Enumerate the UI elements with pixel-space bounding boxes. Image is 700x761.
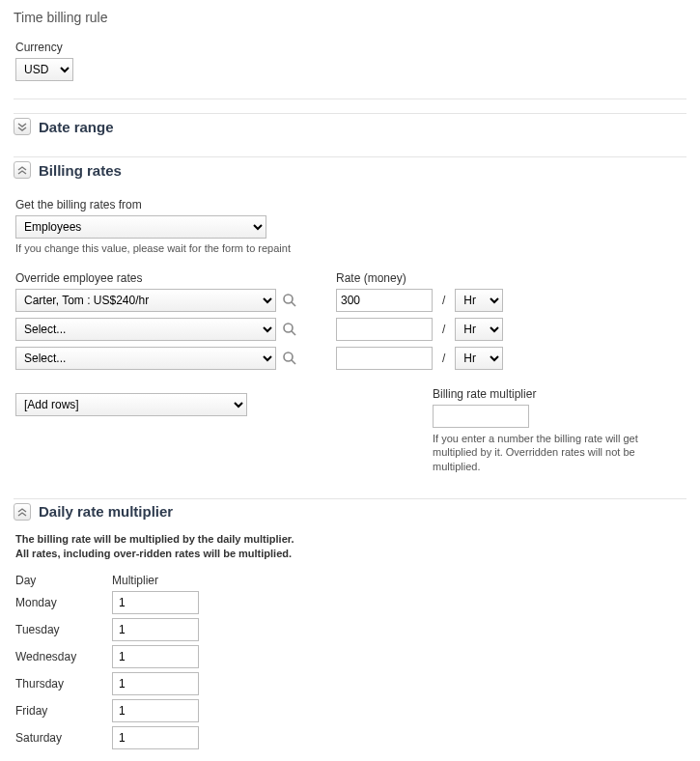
day-cell: Thursday xyxy=(15,677,112,691)
rate-label: Rate (money) xyxy=(336,271,684,285)
daily-row: Friday xyxy=(15,699,686,722)
daily-multiplier-input[interactable] xyxy=(112,645,199,668)
collapse-toggle-icon[interactable] xyxy=(14,118,31,135)
daily-row: Thursday xyxy=(15,672,686,695)
section-title-date-range: Date range xyxy=(39,119,114,135)
override-select[interactable]: Carter, Tom : US$240/hr xyxy=(15,289,276,312)
override-label: Override employee rates xyxy=(15,271,297,285)
override-select[interactable]: Select... xyxy=(15,318,276,341)
divider xyxy=(14,99,686,99)
svg-point-2 xyxy=(284,324,293,332)
daily-row: Wednesday xyxy=(15,645,686,668)
multiplier-hint: If you enter a number the billing rate w… xyxy=(433,432,684,473)
section-date-range[interactable]: Date range xyxy=(14,113,686,143)
daily-row: Tuesday xyxy=(15,618,686,641)
svg-line-1 xyxy=(292,302,295,306)
rates-from-label: Get the billing rates from xyxy=(15,198,686,211)
override-select[interactable]: Select... xyxy=(15,347,276,370)
daily-multiplier-input[interactable] xyxy=(112,672,199,695)
svg-line-5 xyxy=(292,360,295,364)
day-cell: Monday xyxy=(15,596,112,609)
override-row: Select... xyxy=(15,347,297,370)
rate-input[interactable] xyxy=(336,318,433,341)
slash-divider: / xyxy=(438,352,449,365)
rate-row: / Hr xyxy=(336,289,684,312)
daily-hint: The billing rate will be multiplied by t… xyxy=(15,532,686,562)
day-cell: Wednesday xyxy=(15,650,112,663)
add-rows-select[interactable]: [Add rows] xyxy=(15,393,247,416)
rate-row: / Hr xyxy=(336,347,684,370)
daily-row: Monday xyxy=(15,591,686,614)
rates-from-select[interactable]: Employees xyxy=(15,215,266,239)
svg-point-0 xyxy=(284,295,293,303)
multiplier-input[interactable] xyxy=(433,405,529,428)
multiplier-label: Billing rate multiplier xyxy=(433,387,684,401)
section-title-daily: Daily rate multiplier xyxy=(39,503,173,520)
slash-divider: / xyxy=(438,294,449,307)
unit-select[interactable]: Hr xyxy=(455,318,503,341)
expand-toggle-icon[interactable] xyxy=(14,503,31,521)
currency-select[interactable]: USD xyxy=(15,58,73,81)
page-title: Time billing rule xyxy=(14,10,686,25)
day-column-header: Day xyxy=(15,574,112,587)
svg-line-3 xyxy=(292,331,295,335)
search-icon[interactable] xyxy=(282,293,297,308)
daily-row: Saturday xyxy=(15,726,686,749)
daily-multiplier-input[interactable] xyxy=(112,699,199,722)
rates-from-hint: If you change this value, please wait fo… xyxy=(15,242,686,254)
multiplier-column-header: Multiplier xyxy=(112,574,158,587)
expand-toggle-icon[interactable] xyxy=(14,161,31,179)
section-daily-multiplier[interactable]: Daily rate multiplier xyxy=(14,498,686,528)
day-cell: Saturday xyxy=(15,731,112,745)
rate-input[interactable] xyxy=(336,347,433,370)
daily-multiplier-input[interactable] xyxy=(112,726,199,749)
daily-multiplier-input[interactable] xyxy=(112,618,199,641)
override-row: Select... xyxy=(15,318,297,341)
unit-select[interactable]: Hr xyxy=(455,289,503,312)
unit-select[interactable]: Hr xyxy=(455,347,503,370)
svg-point-4 xyxy=(284,352,293,361)
rate-input[interactable] xyxy=(336,289,433,312)
day-cell: Tuesday xyxy=(15,623,112,636)
currency-label: Currency xyxy=(15,41,686,54)
day-cell: Friday xyxy=(15,704,112,718)
rate-row: / Hr xyxy=(336,318,684,341)
override-row: Carter, Tom : US$240/hr xyxy=(15,289,297,312)
section-billing-rates[interactable]: Billing rates xyxy=(14,156,686,186)
search-icon[interactable] xyxy=(282,322,297,337)
daily-table-header: Day Multiplier xyxy=(15,574,686,587)
daily-multiplier-input[interactable] xyxy=(112,591,199,614)
section-title-billing-rates: Billing rates xyxy=(39,162,122,179)
search-icon[interactable] xyxy=(282,351,297,366)
slash-divider: / xyxy=(438,323,449,336)
